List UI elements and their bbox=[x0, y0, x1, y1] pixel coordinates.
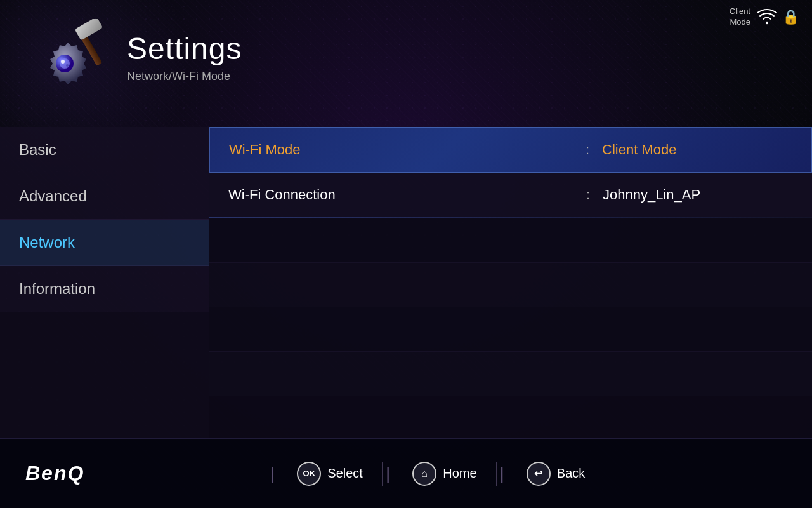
back-icon: ↩ bbox=[534, 467, 542, 479]
sidebar-item-network[interactable]: Network bbox=[0, 220, 209, 266]
pipe-separator-3: | bbox=[500, 464, 504, 484]
wifi-mode-label: Wi-Fi Mode bbox=[229, 142, 573, 158]
wifi-connection-separator: : bbox=[586, 187, 590, 203]
wifi-connection-value: Johnny_Lin_AP bbox=[603, 187, 793, 203]
bottom-controls: | OK Select | ⌂ Home | ↩ Back bbox=[84, 462, 787, 486]
sidebar-item-information[interactable]: Information bbox=[0, 266, 209, 312]
pipe-separator-2: | bbox=[386, 464, 390, 484]
bottom-bar: BenQ | OK Select | ⌂ Home | ↩ Back bbox=[0, 438, 812, 508]
empty-row-4 bbox=[209, 352, 812, 396]
select-label: Select bbox=[327, 466, 363, 481]
content-panel: Wi-Fi Mode : Client Mode Wi-Fi Connectio… bbox=[209, 127, 812, 438]
benq-logo: BenQ bbox=[25, 462, 84, 485]
svg-point-3 bbox=[66, 64, 69, 67]
hammer-icon bbox=[70, 19, 114, 70]
header-text: Settings Network/Wi-Fi Mode bbox=[127, 31, 242, 83]
pipe-separator-1: | bbox=[270, 464, 275, 484]
back-label: Back bbox=[557, 466, 585, 481]
wifi-connection-row[interactable]: Wi-Fi Connection : Johnny_Lin_AP bbox=[209, 173, 812, 217]
client-mode-label: Client Mode bbox=[730, 6, 750, 28]
sidebar: Basic Advanced Network Information bbox=[0, 127, 209, 438]
sidebar-item-basic[interactable]: Basic bbox=[0, 127, 209, 173]
home-button[interactable]: ⌂ bbox=[412, 462, 436, 486]
main-content: Basic Advanced Network Information Wi-Fi… bbox=[0, 127, 812, 438]
svg-point-2 bbox=[61, 60, 65, 64]
sidebar-item-advanced[interactable]: Advanced bbox=[0, 173, 209, 220]
top-bar: Client Mode 🔒 bbox=[717, 0, 812, 34]
back-button[interactable]: ↩ bbox=[527, 462, 551, 486]
wifi-mode-value: Client Mode bbox=[602, 142, 792, 158]
empty-row-3 bbox=[209, 307, 812, 352]
empty-row-1 bbox=[209, 218, 812, 263]
wifi-mode-separator: : bbox=[586, 142, 589, 158]
header-section: Settings Network/Wi-Fi Mode bbox=[38, 19, 242, 95]
select-control[interactable]: OK Select bbox=[278, 462, 383, 486]
svg-rect-5 bbox=[75, 19, 103, 41]
back-control[interactable]: ↩ Back bbox=[508, 462, 604, 486]
wifi-signal-icon bbox=[756, 8, 778, 27]
svg-point-1 bbox=[60, 58, 70, 69]
wifi-status-icon: 🔒 bbox=[756, 8, 799, 27]
empty-row-2 bbox=[209, 263, 812, 307]
wifi-connection-label: Wi-Fi Connection bbox=[228, 187, 573, 203]
home-label: Home bbox=[443, 466, 476, 481]
wifi-mode-row[interactable]: Wi-Fi Mode : Client Mode bbox=[209, 127, 812, 173]
home-icon: ⌂ bbox=[421, 468, 428, 479]
page-title: Settings bbox=[127, 31, 242, 66]
page-subtitle: Network/Wi-Fi Mode bbox=[127, 70, 242, 83]
home-control[interactable]: ⌂ Home bbox=[393, 462, 496, 486]
ok-button[interactable]: OK bbox=[297, 462, 321, 486]
settings-icon-wrapper bbox=[38, 19, 114, 95]
lock-icon: 🔒 bbox=[782, 9, 799, 25]
